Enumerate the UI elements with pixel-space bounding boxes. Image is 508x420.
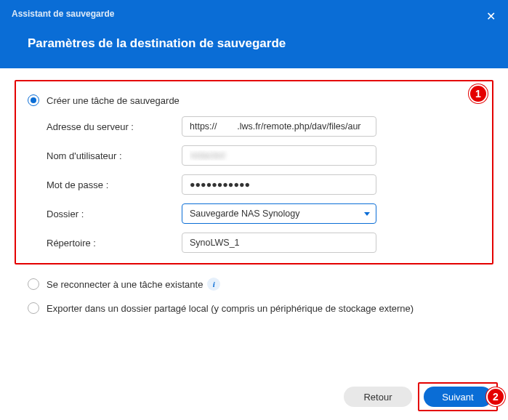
directory-input[interactable] — [182, 233, 376, 253]
page-title: Paramètres de la destination de sauvegar… — [28, 36, 496, 51]
radio-label: Exporter dans un dossier partagé local (… — [47, 303, 414, 314]
folder-label: Dossier : — [47, 209, 182, 219]
radio-icon — [28, 278, 39, 290]
close-icon: ✕ — [486, 9, 496, 23]
radio-label: Se reconnecter à une tâche existante — [47, 279, 203, 290]
server-label: Adresse du serveur : — [47, 121, 182, 132]
next-button-highlight: Suivant 2 — [418, 382, 498, 411]
username-input[interactable] — [182, 145, 376, 166]
footer-buttons: Retour Suivant 2 — [344, 382, 498, 411]
folder-select[interactable]: Sauvegarde NAS Synology — [182, 203, 376, 224]
radio-option-reconnect[interactable]: Se reconnecter à une tâche existante i — [15, 272, 493, 296]
radio-option-export[interactable]: Exporter dans un dossier partagé local (… — [15, 296, 493, 320]
radio-icon — [28, 302, 39, 314]
content-area: 1 Créer une tâche de sauvegarde Adresse … — [0, 68, 508, 320]
row-user: Nom d'utilisateur : — [47, 145, 480, 166]
username-label: Nom d'utilisateur : — [47, 150, 182, 161]
radio-label: Créer une tâche de sauvegarde — [47, 95, 180, 106]
radio-option-create[interactable]: Créer une tâche de sauvegarde — [28, 92, 480, 109]
close-button[interactable]: ✕ — [483, 9, 498, 23]
dialog-header: Assistant de sauvegarde Paramètres de la… — [0, 0, 508, 68]
server-address-input[interactable] — [182, 116, 376, 137]
create-task-section: 1 Créer une tâche de sauvegarde Adresse … — [15, 80, 493, 264]
app-title: Assistant de sauvegarde — [12, 9, 496, 19]
next-button[interactable]: Suivant — [424, 387, 492, 407]
form-fields: Adresse du serveur : Nom d'utilisateur :… — [47, 116, 480, 253]
annotation-badge-2: 2 — [486, 387, 505, 406]
info-icon[interactable]: i — [207, 278, 220, 291]
chevron-down-icon — [364, 212, 370, 216]
row-directory: Répertoire : — [47, 233, 480, 253]
password-input[interactable] — [182, 174, 376, 195]
row-server: Adresse du serveur : — [47, 116, 480, 137]
folder-select-value: Sauvegarde NAS Synology — [190, 209, 299, 219]
radio-icon — [28, 94, 39, 106]
row-pass: Mot de passe : — [47, 174, 480, 195]
row-folder: Dossier : Sauvegarde NAS Synology — [47, 203, 480, 224]
annotation-badge-1: 1 — [469, 84, 488, 103]
password-label: Mot de passe : — [47, 179, 182, 190]
directory-label: Répertoire : — [47, 238, 182, 249]
back-button[interactable]: Retour — [344, 387, 412, 407]
